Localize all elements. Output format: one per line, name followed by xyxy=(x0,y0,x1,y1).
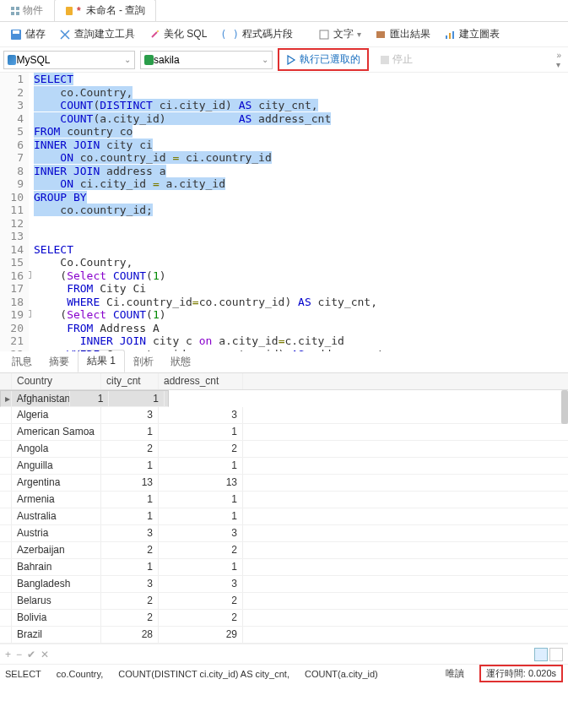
overflow-button[interactable]: »▾ xyxy=(553,51,565,69)
form-view-button[interactable] xyxy=(549,648,563,661)
col-country[interactable]: Country xyxy=(12,373,101,389)
export-button[interactable]: 匯出結果 xyxy=(370,24,435,44)
svg-rect-8 xyxy=(320,30,328,39)
table-row[interactable]: Azerbaijan22 xyxy=(0,542,568,559)
svg-rect-2 xyxy=(11,12,14,15)
svg-rect-10 xyxy=(446,35,447,39)
table-row[interactable]: Australia11 xyxy=(0,508,568,525)
table-row[interactable]: Angola22 xyxy=(0,441,568,458)
status-runtime: 運行時間: 0.020s xyxy=(479,665,563,682)
apply-button[interactable]: ✔ xyxy=(27,649,35,660)
tab-profile[interactable]: 剖析 xyxy=(125,351,162,372)
database-icon xyxy=(144,55,153,65)
chart-icon xyxy=(444,29,456,41)
tab-objects-label: 物件 xyxy=(23,3,43,18)
database-value[interactable] xyxy=(154,54,262,66)
objects-icon xyxy=(11,7,19,15)
grid-header: Country city_cnt address_cnt xyxy=(0,373,568,390)
table-row[interactable]: Austria33 xyxy=(0,525,568,542)
table-row[interactable]: Anguilla11 xyxy=(0,458,568,475)
svg-rect-3 xyxy=(16,12,19,15)
tab-messages[interactable]: 訊息 xyxy=(3,351,41,372)
snippet-button[interactable]: ( ) 程式碼片段 xyxy=(215,24,298,44)
dropdown-icon: ▾ xyxy=(357,30,361,39)
save-button[interactable]: 儲存 xyxy=(5,24,51,44)
status-col1: co.Country, xyxy=(57,669,103,679)
save-icon xyxy=(10,29,22,41)
tab-objects[interactable]: 物件 xyxy=(0,0,54,21)
table-row[interactable]: Bahrain11 xyxy=(0,559,568,576)
tab-result-1[interactable]: 結果 1 xyxy=(78,350,125,372)
table-row[interactable]: Argentina1313 xyxy=(0,475,568,492)
grid-body[interactable]: ▸Afghanistan11Algeria33American Samoa11A… xyxy=(0,390,568,644)
status-bar: SELECT co.Country, COUNT(DISTINCT ci.cit… xyxy=(0,664,568,682)
code-area[interactable]: SELECT co.Country, COUNT(DISTINCT ci.cit… xyxy=(29,73,568,351)
chevron-down-icon: ⌄ xyxy=(262,55,268,64)
line-gutter: 1234567891011121314151617181920212223 xyxy=(0,73,29,351)
text-button[interactable]: 文字 ▾ xyxy=(313,24,366,44)
tab-summary[interactable]: 摘要 xyxy=(41,351,78,372)
row-marker-header xyxy=(0,373,12,389)
table-row[interactable]: Bolivia22 xyxy=(0,610,568,627)
stop-icon xyxy=(381,56,389,64)
mysql-icon xyxy=(8,55,16,65)
export-icon xyxy=(375,29,387,41)
parens-icon: ( ) xyxy=(220,29,239,41)
grid-view-button[interactable] xyxy=(534,648,548,661)
table-row[interactable]: Belarus22 xyxy=(0,593,568,610)
run-selected-button[interactable]: 執行已選取的 xyxy=(278,48,369,71)
svg-rect-0 xyxy=(11,7,14,10)
svg-rect-12 xyxy=(452,31,454,39)
svg-rect-6 xyxy=(13,30,19,34)
status-col2: COUNT(DISTINCT ci.city_id) AS city_cnt, xyxy=(118,669,289,679)
tab-query-label: 未命名 - 查詢 xyxy=(86,3,146,18)
view-switch xyxy=(534,648,563,661)
query-builder-icon xyxy=(59,29,71,41)
svg-rect-11 xyxy=(449,33,451,39)
connection-bar: ⌄ ⌄ 執行已選取的 停止 »▾ xyxy=(0,47,568,73)
chart-button[interactable]: 建立圖表 xyxy=(439,24,505,44)
table-row[interactable]: Armenia11 xyxy=(0,492,568,508)
svg-point-7 xyxy=(157,30,159,32)
stop-button: 停止 xyxy=(374,50,419,69)
query-builder-button[interactable]: 查詢建立工具 xyxy=(54,24,140,44)
svg-rect-4 xyxy=(66,7,73,15)
database-select[interactable]: ⌄ xyxy=(140,51,272,69)
document-tabs: 物件 * 未命名 - 查詢 xyxy=(0,0,568,22)
wand-icon xyxy=(149,29,160,41)
tab-query[interactable]: * 未命名 - 查詢 xyxy=(54,0,156,21)
text-icon xyxy=(318,29,330,41)
status-col3: COUNT(a.city_id) xyxy=(305,669,378,679)
result-grid: Country city_cnt address_cnt ▸Afghanista… xyxy=(0,373,568,644)
scrollbar[interactable] xyxy=(561,390,568,424)
toolbar: 儲存 查詢建立工具 美化 SQL ( ) 程式碼片段 文字 ▾ 匯出結果 建立圖… xyxy=(0,22,568,47)
status-sql: SELECT xyxy=(5,669,41,679)
col-address-cnt[interactable]: address_cnt xyxy=(159,373,243,389)
result-tabs: 訊息 摘要 結果 1 剖析 狀態 xyxy=(0,351,568,373)
sql-editor[interactable]: 1234567891011121314151617181920212223 SE… xyxy=(0,73,568,351)
add-row-button[interactable]: + xyxy=(5,649,11,660)
dirty-indicator: * xyxy=(77,5,81,17)
table-row[interactable]: Algeria33 xyxy=(0,407,568,424)
col-city-cnt[interactable]: city_cnt xyxy=(101,373,159,389)
chevron-down-icon: ⌄ xyxy=(124,55,131,64)
delete-row-button[interactable]: − xyxy=(16,649,22,660)
play-icon xyxy=(286,55,296,65)
tab-status[interactable]: 狀態 xyxy=(162,351,199,372)
table-row[interactable]: ▸Afghanistan11 xyxy=(0,390,169,407)
cancel-button[interactable]: ✕ xyxy=(41,649,49,660)
svg-rect-13 xyxy=(381,56,389,64)
table-row[interactable]: American Samoa11 xyxy=(0,424,568,441)
svg-rect-1 xyxy=(16,7,19,10)
beautify-button[interactable]: 美化 SQL xyxy=(143,24,212,44)
query-icon xyxy=(65,7,73,15)
table-row[interactable]: Bangladesh33 xyxy=(0,576,568,593)
connection-select[interactable]: ⌄ xyxy=(3,51,135,69)
svg-rect-9 xyxy=(376,31,385,38)
table-row[interactable]: Brazil2829 xyxy=(0,627,568,644)
status-readonly: 唯讀 xyxy=(446,667,464,680)
grid-toolbar: + − ✔ ✕ xyxy=(0,644,568,664)
connection-value[interactable] xyxy=(16,54,124,66)
